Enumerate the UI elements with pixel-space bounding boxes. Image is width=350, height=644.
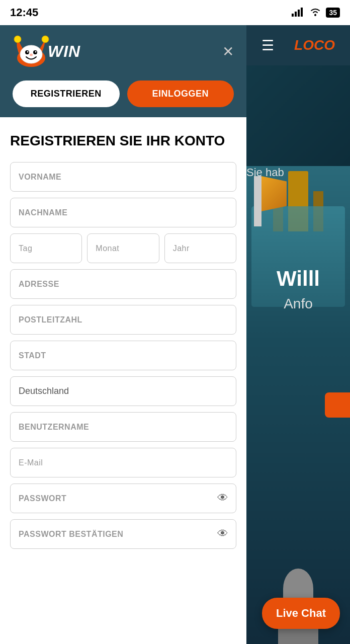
svg-point-7 — [42, 36, 49, 43]
form-title: REGISTRIEREN SIE IHR KONTO — [10, 132, 236, 149]
postal-input[interactable] — [10, 305, 236, 335]
battery-icon: 35 — [326, 8, 340, 18]
address-input[interactable] — [10, 269, 236, 299]
svg-rect-2 — [298, 10, 300, 17]
registration-form: REGISTRIEREN SIE IHR KONTO 👁 👁 — [0, 117, 246, 644]
live-chat-button[interactable]: Live Chat — [262, 598, 340, 629]
confirm-password-eye-icon[interactable]: 👁 — [217, 527, 228, 540]
jester-logo — [13, 35, 50, 68]
logo-container: WIN — [13, 35, 80, 68]
year-input[interactable] — [164, 233, 236, 263]
overlay-panel: WIN ✕ REGISTRIEREN EINLOGGEN REGISTRIERE… — [0, 25, 246, 644]
svg-rect-1 — [295, 12, 297, 17]
lastname-input[interactable] — [10, 198, 236, 227]
email-input[interactable] — [10, 448, 236, 477]
svg-rect-0 — [292, 14, 294, 17]
password-input[interactable] — [10, 484, 236, 513]
loco-partial-logo: LOCO — [294, 37, 335, 53]
wifi-icon — [309, 7, 322, 19]
svg-point-11 — [27, 51, 29, 53]
month-input[interactable] — [87, 233, 159, 263]
auth-buttons: REGISTRIEREN EINLOGGEN — [0, 78, 246, 117]
firstname-input[interactable] — [10, 162, 236, 192]
orange-side-btn[interactable] — [325, 392, 350, 418]
password-eye-icon[interactable]: 👁 — [217, 492, 228, 505]
anfo-text: Anfo — [246, 296, 350, 312]
country-input[interactable] — [10, 376, 236, 406]
status-bar: 12:45 35 — [0, 0, 350, 25]
login-button[interactable]: EINLOGGEN — [127, 80, 234, 107]
castle-background: Willl Anfo Sie hab 🎰 CASINO — [246, 166, 350, 644]
svg-point-4 — [314, 14, 316, 16]
password-field-container: 👁 — [10, 484, 236, 513]
right-content: Willl Anfo Sie hab 🎰 CASINO — [246, 65, 350, 644]
welcome-text: Willl Anfo — [246, 267, 350, 312]
username-input[interactable] — [10, 412, 236, 442]
logo-text: WIN — [48, 42, 80, 61]
signal-icon — [292, 7, 305, 19]
confirm-password-field-container: 👁 — [10, 519, 236, 549]
svg-rect-3 — [301, 8, 303, 17]
right-header: ☰ LOCO — [246, 25, 350, 65]
status-time: 12:45 — [10, 6, 38, 19]
overlay-navbar: WIN ✕ — [0, 25, 246, 78]
hamburger-icon[interactable]: ☰ — [261, 37, 274, 54]
date-row — [10, 233, 236, 263]
willi-text: Willl — [246, 267, 350, 291]
right-panel: ☰ LOCO Willl Anfo Sie hab — [246, 25, 350, 644]
city-input[interactable] — [10, 341, 236, 370]
status-icons: 35 — [292, 7, 340, 19]
day-input[interactable] — [10, 233, 82, 263]
svg-point-13 — [30, 54, 33, 56]
register-button[interactable]: REGISTRIEREN — [13, 80, 120, 107]
svg-point-6 — [14, 36, 21, 43]
close-button[interactable]: ✕ — [222, 43, 234, 60]
svg-point-12 — [35, 51, 37, 53]
confirm-password-input[interactable] — [10, 519, 236, 549]
